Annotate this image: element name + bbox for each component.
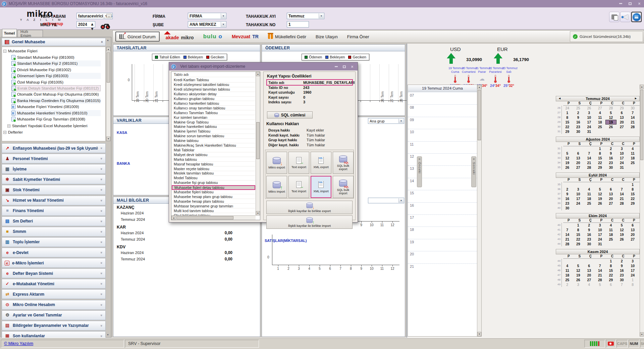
calendar-day-24[interactable]: 24 bbox=[616, 160, 628, 165]
calendar-day-19[interactable]: 19 bbox=[605, 120, 616, 124]
calendar-day-2[interactable]: 2 bbox=[584, 223, 595, 228]
scroll-up-icon[interactable]: ▲ bbox=[106, 47, 110, 51]
calendar-day-25[interactable]: 25 bbox=[573, 106, 584, 110]
calendar-day-26[interactable]: 26 bbox=[584, 106, 595, 110]
calendar-day-20[interactable]: 20 bbox=[605, 196, 616, 201]
sidebar-item-personel-y-netimi[interactable]: ♟Personel Yönetimi» bbox=[2, 154, 106, 163]
table-row[interactable]: Muhasebe hesap planı grup tablosu bbox=[172, 195, 255, 199]
calendar-day-29[interactable]: 29 bbox=[605, 278, 616, 282]
calendar-day-6[interactable]: 6 bbox=[605, 187, 616, 192]
mikro-export-button[interactable]: Mikro export bbox=[266, 152, 287, 174]
calendar-scrollbar[interactable]: ▲ ▼ bbox=[640, 85, 644, 337]
calendar-day-26[interactable]: 26 bbox=[562, 165, 573, 170]
table-row[interactable]: Kredi sözleşmesi taksitleri tablosu bbox=[172, 83, 255, 87]
table-row[interactable]: Makine hareketleri tablosu bbox=[172, 124, 255, 129]
calendar-day-27[interactable]: 27 bbox=[584, 278, 595, 282]
calendar-day-18[interactable]: 18 bbox=[562, 273, 573, 278]
calendar-day-20[interactable]: 20 bbox=[573, 160, 584, 165]
calendar-day-24[interactable]: 24 bbox=[584, 124, 595, 129]
veri-tabani-input[interactable]: faturacevirici_v16 ... bbox=[76, 13, 113, 19]
calendar-day-15[interactable]: 15 bbox=[562, 120, 573, 124]
chevron-down-icon[interactable]: ▼ bbox=[221, 22, 226, 27]
collapse-box-icon[interactable]: − bbox=[3, 50, 6, 53]
chevron-down-icon[interactable]: ▼ bbox=[221, 13, 226, 18]
calendar-day-27[interactable]: 27 bbox=[627, 237, 638, 242]
table-row[interactable]: Makine/Araç Sevk Hareketleri Tablosu bbox=[172, 143, 255, 148]
list-hscrollbar[interactable]: ◄ bbox=[171, 215, 256, 220]
firma-oner-button[interactable]: Firma Öner bbox=[344, 32, 373, 42]
tree-item-zel-mahsup-fi-i-081005[interactable]: Özel Mahsup Fişi (081005) bbox=[11, 79, 101, 85]
sidebar-item-hizmet-ve-masraf-y-netimi[interactable]: ↘Hizmet ve Masraf Yönetimi» bbox=[2, 196, 106, 205]
calendar-day-28[interactable]: 28 bbox=[627, 124, 638, 129]
expand-box-icon[interactable]: + bbox=[3, 131, 6, 134]
mevzuattr-link[interactable]: MevzuatTR bbox=[228, 32, 262, 42]
calendar-day-24[interactable]: 24 bbox=[573, 201, 584, 206]
calendar-day-22[interactable]: 22 bbox=[573, 237, 584, 242]
calendar-day-18[interactable]: 18 bbox=[627, 156, 638, 160]
calendar-day-4[interactable]: 4 bbox=[605, 223, 616, 228]
calendar-day-22[interactable]: 22 bbox=[595, 160, 606, 165]
calendar-day-30[interactable]: 30 bbox=[616, 278, 628, 282]
banka-label[interactable]: BANKA bbox=[117, 161, 130, 165]
calendar-day-14[interactable]: 14 bbox=[584, 156, 595, 160]
calendar-day-6[interactable]: 6 bbox=[616, 110, 628, 115]
table-row[interactable]: Muhasebe fişleri tablosu bbox=[172, 190, 255, 195]
table-row[interactable]: Muhasebe hesap planı tablosu bbox=[172, 199, 255, 204]
calendar-day-12[interactable]: 12 bbox=[605, 115, 616, 120]
scroll-up-icon[interactable]: ▲ bbox=[477, 85, 481, 89]
calendar-day-31[interactable]: 31 bbox=[616, 165, 628, 170]
calendar-day-17[interactable]: 17 bbox=[616, 156, 628, 160]
calendar-day-23[interactable]: 23 bbox=[605, 160, 616, 165]
calendar-day-18[interactable]: 18 bbox=[595, 120, 606, 124]
firma-select[interactable]: FIRMA▼ bbox=[188, 13, 226, 19]
calendar-day-4[interactable]: 4 bbox=[562, 263, 573, 268]
table-row[interactable]: Muhasebe fişi grup tablosu bbox=[172, 181, 255, 185]
calendar-day-8[interactable]: 8 bbox=[605, 263, 616, 268]
calendar-day-28[interactable]: 28 bbox=[616, 201, 628, 206]
mikro-yazilim-link[interactable]: © Mikro Yazılım bbox=[4, 341, 33, 346]
i-li-kili-kay-tlar-ile-birlikte-export-button[interactable]: İlişkili kayıtlar ile birlikte export bbox=[266, 201, 353, 214]
calendar-day-10[interactable]: 10 bbox=[595, 228, 606, 232]
calendar-day-14[interactable]: 14 bbox=[616, 192, 628, 196]
tahakkuk-no-input[interactable]: 1 bbox=[287, 21, 309, 28]
calendar-day-7[interactable]: 7 bbox=[595, 263, 606, 268]
grup-select-2[interactable]: ▼ bbox=[368, 198, 404, 203]
schedule-row-07[interactable]: 07 bbox=[408, 92, 477, 104]
sube-select[interactable]: ANA MERKEZ▼ bbox=[188, 21, 226, 28]
calendar-day-25[interactable]: 25 bbox=[627, 160, 638, 165]
sidebar-item-toplu-i-lemler[interactable]: ▥Toplu İşlemler» bbox=[2, 237, 106, 247]
calendar-day-27[interactable]: 27 bbox=[595, 106, 606, 110]
schedule-row-17[interactable]: 17 bbox=[408, 214, 477, 227]
calendar-day-12[interactable]: 12 bbox=[595, 192, 606, 196]
calendar-day-29[interactable]: 29 bbox=[573, 242, 584, 246]
calendar-day-16[interactable]: 16 bbox=[605, 156, 616, 160]
xml-export-button[interactable]: XML export bbox=[311, 152, 331, 174]
calendar-day-3[interactable]: 3 bbox=[584, 110, 595, 115]
close-icon[interactable]: × bbox=[637, 1, 642, 6]
calendar-day-5[interactable]: 5 bbox=[616, 223, 628, 228]
sidebar-item-finans-y-netimi[interactable]: ≡Finans Yönetimi» bbox=[2, 206, 106, 216]
i-li-kili-kay-tlar-ile-birlikte-import-button[interactable]: İlişkili kayıtlar ile birlikte import bbox=[266, 215, 353, 229]
calendar-day-28[interactable]: 28 bbox=[562, 242, 573, 246]
calendar-day-16[interactable]: 16 bbox=[616, 268, 628, 273]
calendar-day-18[interactable]: 18 bbox=[584, 196, 595, 201]
text-export-button[interactable]: Text export bbox=[288, 152, 309, 174]
calendar-day-17[interactable]: 17 bbox=[627, 268, 638, 273]
calendar-day-25[interactable]: 25 bbox=[584, 201, 595, 206]
minimize-icon[interactable] bbox=[618, 1, 623, 6]
calendar-day-17[interactable]: 17 bbox=[595, 232, 606, 237]
guncel-durum-button[interactable]: Güncel Durum bbox=[115, 32, 160, 42]
tree-item-standart-muhasebe-fi-i-081000[interactable]: Standart Muhasebe Fişi (081000) bbox=[11, 54, 101, 60]
sidebar-item-stok-y-netimi[interactable]: ▣Stok Yönetimi» bbox=[2, 185, 106, 195]
calendar-day-30[interactable]: 30 bbox=[562, 206, 573, 210]
table-row[interactable]: Makine sorun tanımları tablosu bbox=[172, 134, 255, 139]
calendar-day-2[interactable]: 2 bbox=[573, 110, 584, 115]
table-row[interactable]: Model Tablosu bbox=[172, 176, 255, 181]
table-row[interactable]: Maliyet devir tablosu bbox=[172, 152, 255, 157]
calendar-day-19[interactable]: 19 bbox=[562, 160, 573, 165]
calendar-day-20[interactable]: 20 bbox=[616, 120, 628, 124]
calendar-day-9[interactable]: 9 bbox=[562, 192, 573, 196]
dialog-titlebar[interactable]: µ Veri tabanı export-import-düzenleme × bbox=[169, 62, 358, 70]
calendar-day-14[interactable]: 14 bbox=[562, 232, 573, 237]
collapse-icon[interactable]: » bbox=[100, 41, 104, 43]
